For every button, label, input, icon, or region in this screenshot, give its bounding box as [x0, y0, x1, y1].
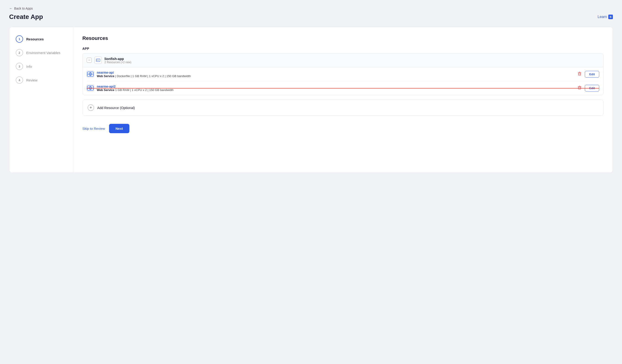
resource-1-delete-button[interactable] [577, 71, 583, 78]
sidebar-item-resources[interactable]: 1 Resources [16, 35, 67, 43]
plus-icon: + [88, 104, 94, 111]
app-group-info: lionfish-app 2 Resources (+2 new) [104, 57, 131, 64]
step-3-circle: 3 [16, 63, 23, 70]
collapse-button[interactable]: − [87, 58, 92, 63]
back-nav: ← Back to Apps [9, 6, 613, 11]
main-card: 1 Resources 2 Environment Variables 3 In… [9, 27, 613, 173]
resource-item-2: nearme-api2 Web Service 1 GB RAM | 1 vCP… [87, 81, 599, 95]
step-1-circle: 1 [16, 35, 23, 43]
svg-rect-14 [578, 87, 581, 89]
back-link[interactable]: ← Back to Apps [9, 6, 33, 11]
code-icon [96, 58, 100, 62]
web-service-icon-2 [87, 85, 94, 92]
web-service-icon-1 [87, 71, 94, 77]
step-2-circle: 2 [16, 49, 23, 56]
app-group-name: lionfish-app [104, 57, 131, 61]
app-group-card: − lionfish-app 2 Resources (+2 new) [82, 53, 603, 95]
step-3-label: Info [26, 65, 32, 68]
add-resource-label: Add Resource (Optional) [97, 106, 135, 110]
resource-list: nearme-api Web Service | Dockerfile | 1 … [83, 67, 603, 95]
resource-1-details: Web Service | Dockerfile | 1 GB RAM | 1 … [97, 74, 574, 78]
add-resource-card[interactable]: + Add Resource (Optional) [82, 100, 603, 116]
resource-1-actions: Edit [577, 71, 599, 78]
svg-rect-5 [578, 73, 581, 75]
app-icon [95, 57, 102, 64]
sidebar-item-info[interactable]: 3 Info [16, 63, 67, 70]
resource-1-icon [87, 71, 94, 78]
action-row: Skip to Review Next [82, 122, 603, 133]
skip-to-review-button[interactable]: Skip to Review [82, 127, 105, 131]
resource-2-details: Web Service 1 GB RAM | 1 vCPU x 2 | 150 … [97, 88, 574, 92]
resource-1-info: nearme-api Web Service | Dockerfile | 1 … [97, 71, 574, 78]
step-1-label: Resources [26, 37, 44, 41]
app-group-subtitle: 2 Resources (+2 new) [104, 61, 131, 64]
resource-2-delete-button[interactable] [577, 85, 583, 92]
page-header: Create App Learn B [9, 13, 613, 20]
back-arrow-icon: ← [9, 6, 13, 11]
resource-1-name[interactable]: nearme-api [97, 71, 574, 74]
resource-1-type: Web Service [97, 74, 114, 78]
trash-icon-1 [578, 72, 582, 76]
resource-2-name[interactable]: nearme-api2 [97, 85, 574, 88]
content-area: Resources App − lionfish-app 2 Resources… [73, 27, 613, 173]
learn-link[interactable]: Learn B [598, 15, 613, 19]
resource-2-icon [87, 84, 94, 92]
resource-2-actions: Edit [577, 85, 599, 92]
sidebar: 1 Resources 2 Environment Variables 3 In… [9, 27, 73, 173]
app-group-header: − lionfish-app 2 Resources (+2 new) [83, 53, 603, 67]
next-button[interactable]: Next [109, 124, 129, 133]
sidebar-item-env-vars[interactable]: 2 Environment Variables [16, 49, 67, 56]
step-2-label: Environment Variables [26, 51, 60, 55]
step-4-label: Review [26, 78, 38, 82]
resources-section-title: Resources [82, 35, 603, 41]
subsection-app-label: App [82, 47, 603, 50]
trash-icon-2 [578, 86, 582, 90]
back-label: Back to Apps [14, 7, 33, 10]
resource-1-edit-button[interactable]: Edit [585, 71, 599, 77]
resource-2-info: nearme-api2 Web Service 1 GB RAM | 1 vCP… [97, 85, 574, 92]
learn-label: Learn [598, 15, 607, 19]
resource-item-1: nearme-api Web Service | Dockerfile | 1 … [87, 67, 599, 81]
learn-icon: B [608, 15, 613, 19]
page-title: Create App [9, 13, 43, 20]
resource-2-type: Web Service [97, 88, 114, 92]
sidebar-item-review[interactable]: 4 Review [16, 77, 67, 84]
resource-2-edit-button[interactable]: Edit [585, 85, 599, 92]
step-4-circle: 4 [16, 77, 23, 84]
